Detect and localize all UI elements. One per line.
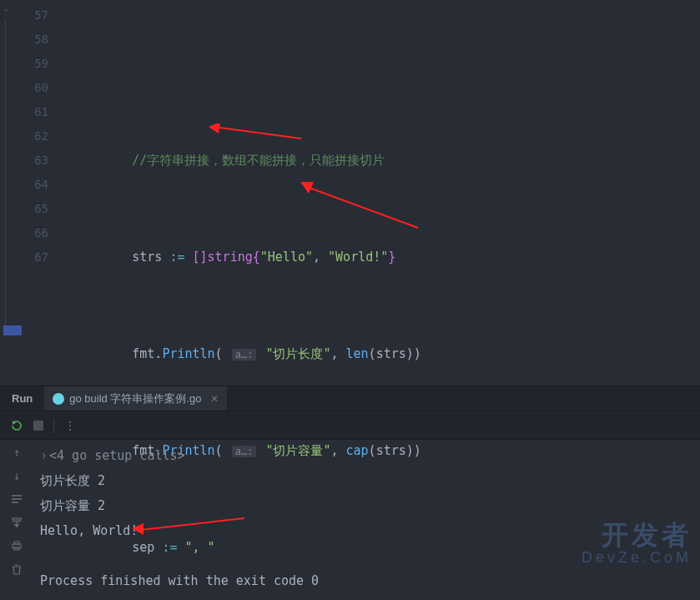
svg-marker-1 — [209, 124, 220, 134]
softwrap-icon[interactable] — [9, 492, 24, 507]
go-icon — [53, 393, 64, 405]
line-number: 58 — [18, 28, 57, 52]
line-number-gutter: 57 58 59 60 61 62 63 64 65 66 67 — [18, 0, 57, 386]
console-line: 切片容量 2 — [40, 493, 693, 518]
gutter-marker — [3, 325, 22, 335]
fold-handle-icon[interactable]: ⌄ — [3, 3, 12, 12]
line-number: 61 — [18, 100, 57, 124]
run-side-toolbar: ↑ ↓ — [0, 440, 33, 600]
line-number: 64 — [18, 173, 57, 197]
code-line[interactable]: //字符串拼接，数组不能拼接，只能拼接切片 — [57, 149, 700, 173]
code-editor[interactable]: ⌄ 57 58 59 60 61 62 63 64 65 66 67 //字符串… — [0, 0, 700, 386]
comment: //字符串拼接，数组不能拼接，只能拼接切片 — [132, 153, 385, 168]
line-number: 63 — [18, 149, 57, 173]
code-line[interactable] — [57, 52, 700, 76]
annotation-arrow-icon — [205, 124, 305, 140]
print-icon[interactable] — [9, 538, 24, 553]
line-number: 65 — [18, 197, 57, 221]
code-line[interactable]: fmt.Println( a…: "切片长度", len(strs)) — [57, 342, 700, 366]
run-label[interactable]: Run — [0, 392, 44, 405]
inlay-hint: a…: — [232, 349, 257, 361]
rerun-icon[interactable] — [10, 419, 23, 432]
toolbar-separator — [53, 418, 54, 433]
chevron-right-icon: › — [40, 448, 48, 463]
line-number: 67 — [18, 245, 57, 270]
svg-marker-3 — [300, 182, 314, 194]
fold-line — [5, 20, 6, 327]
trash-icon[interactable] — [9, 562, 24, 577]
stop-icon[interactable] — [33, 421, 43, 431]
svg-line-2 — [307, 187, 418, 228]
annotation-arrow-icon — [297, 182, 422, 232]
console-line: Hello, World! — [40, 518, 693, 543]
line-number: 60 — [18, 76, 57, 100]
run-body: ↑ ↓ ›<4 go setup calls> 切片长度 2 切片容量 2 He… — [0, 440, 700, 600]
code-area[interactable]: //字符串拼接，数组不能拼接，只能拼接切片 strs := []string{"… — [57, 0, 700, 386]
code-line[interactable]: strs := []string{"Hello", "World!"} — [57, 245, 700, 270]
console-line: 切片长度 2 — [40, 468, 693, 493]
arrow-up-icon[interactable]: ↑ — [9, 445, 24, 460]
line-number: 57 — [18, 3, 57, 28]
arrow-down-icon[interactable]: ↓ — [9, 468, 24, 483]
console-exit-line: Process finished with the exit code 0 — [40, 568, 693, 593]
console-line — [40, 543, 693, 568]
line-number: 59 — [18, 52, 57, 76]
scroll-to-end-icon[interactable] — [9, 515, 24, 530]
line-number: 62 — [18, 124, 57, 149]
svg-line-0 — [214, 127, 301, 139]
line-number: 66 — [18, 221, 57, 245]
console-output[interactable]: ›<4 go setup calls> 切片长度 2 切片容量 2 Hello,… — [33, 440, 700, 600]
console-fold[interactable]: ›<4 go setup calls> — [40, 443, 693, 468]
vertical-scrollbar[interactable] — [690, 0, 700, 386]
svg-rect-6 — [14, 542, 19, 544]
